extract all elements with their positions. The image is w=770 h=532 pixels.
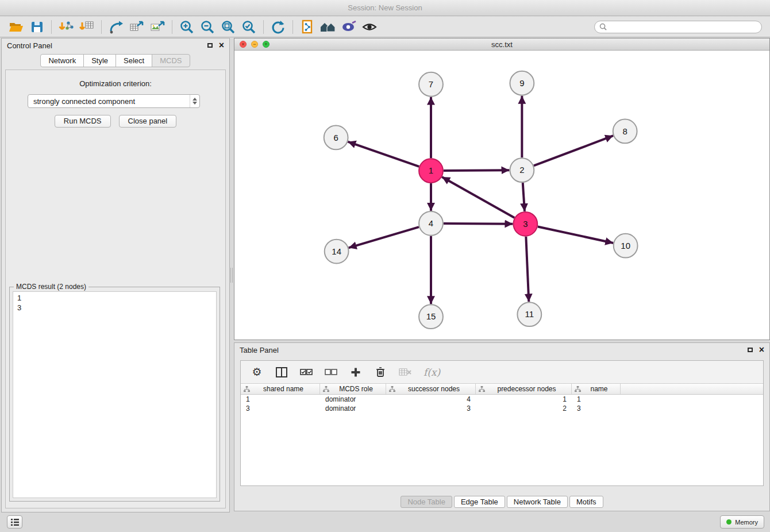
column-tree-icon (389, 386, 395, 392)
float-panel-icon[interactable] (748, 348, 753, 352)
table-frame: ⚙ (240, 360, 764, 486)
close-window-icon[interactable]: × (240, 41, 247, 48)
network-document-button[interactable] (297, 18, 318, 36)
select-all-button[interactable] (300, 366, 313, 379)
vertical-splitter[interactable] (230, 38, 234, 512)
table-panel-header: Table Panel × (234, 343, 769, 357)
graph-edge-4-14[interactable] (349, 227, 419, 248)
export-image-button[interactable] (147, 18, 168, 36)
import-network-button[interactable] (56, 18, 76, 36)
mcds-result-groupbox: MCDS result (2 nodes) 1 3 (9, 287, 220, 502)
zoom-in-icon (179, 20, 194, 34)
deselect-all-button[interactable] (325, 366, 337, 379)
close-panel-icon[interactable]: × (759, 345, 764, 354)
window-title: Session: New Session (348, 3, 422, 12)
fx-icon: f(x) (424, 367, 440, 378)
close-panel-icon[interactable]: × (219, 41, 224, 50)
table-settings-button[interactable]: ⚙ (251, 366, 263, 379)
home-networks-button[interactable] (318, 18, 338, 36)
mcds-result-title: MCDS result (2 nodes) (14, 283, 88, 291)
minimize-window-icon[interactable]: − (251, 41, 258, 48)
show-graphics-button[interactable] (359, 18, 380, 36)
column-header-shared-name[interactable]: shared name (241, 384, 320, 394)
graph-edge-3-10[interactable] (538, 226, 613, 242)
network-canvas[interactable]: 7968124314101511 (234, 51, 769, 340)
network-window-title: scc.txt (234, 40, 769, 49)
toolbar-separator (263, 20, 264, 34)
toolbar-separator (51, 20, 52, 34)
delete-table-button[interactable] (399, 366, 411, 379)
graph-node-label-15: 15 (426, 311, 436, 321)
tab-network-table[interactable]: Network Table (507, 496, 568, 508)
tab-style[interactable]: Style (83, 54, 116, 67)
zoom-selected-button[interactable] (238, 18, 259, 36)
dropdown-stepper-icon (190, 95, 199, 107)
zoom-out-button[interactable] (197, 18, 218, 36)
table-row-2[interactable]: 3dominator323 (241, 404, 763, 413)
style-brush-icon (341, 21, 356, 33)
memory-label: Memory (735, 519, 758, 526)
criterion-dropdown[interactable]: strongly connected component (28, 94, 200, 108)
table-panel-title: Table Panel (240, 346, 279, 354)
graph-edge-2-8[interactable] (534, 136, 613, 165)
table-row-1[interactable]: 1dominator411 (241, 395, 763, 404)
control-panel-header: Control Panel × (2, 38, 229, 52)
table-cell: 1 (476, 395, 572, 404)
toolbar-separator (172, 20, 172, 34)
graph-edge-3-11[interactable] (526, 237, 529, 302)
float-panel-icon[interactable] (207, 43, 213, 48)
run-mcds-button[interactable]: Run MCDS (55, 115, 111, 128)
graph-node-label-2: 2 (519, 165, 524, 175)
main-toolbar (0, 17, 770, 37)
table-cell: 1 (241, 395, 320, 404)
graph-edge-1-2[interactable] (444, 170, 510, 171)
document-network-icon (301, 20, 314, 34)
export-table-button[interactable] (126, 18, 147, 36)
tab-network[interactable]: Network (40, 54, 84, 67)
table-cell: 1 (572, 395, 621, 404)
zoom-fit-icon (221, 20, 236, 34)
zoom-fit-button[interactable] (218, 18, 238, 36)
search-input[interactable] (610, 22, 757, 32)
tab-mcds[interactable]: MCDS (152, 54, 190, 67)
tab-edge-table[interactable]: Edge Table (454, 496, 505, 508)
curved-arrow-icon (109, 20, 124, 34)
show-columns-button[interactable] (275, 366, 288, 379)
add-column-button[interactable] (349, 366, 362, 379)
column-tree-icon (575, 386, 581, 392)
tab-node-table[interactable]: Node Table (401, 496, 452, 508)
refresh-layout-button[interactable] (268, 18, 288, 36)
search-icon (599, 23, 607, 30)
table-cell: dominator (320, 404, 386, 413)
show-panels-button[interactable] (7, 515, 22, 529)
column-header-name[interactable]: name (572, 384, 621, 394)
table-cell: 4 (386, 395, 476, 404)
columns-icon (276, 367, 287, 377)
save-session-button[interactable] (26, 18, 47, 36)
criterion-dropdown-value: strongly connected component (33, 97, 135, 106)
zoom-in-button[interactable] (176, 18, 197, 36)
graph-edge-3-1[interactable] (442, 177, 514, 218)
column-header-predecessor-nodes[interactable]: predecessor nodes (476, 384, 572, 394)
tab-select[interactable]: Select (116, 54, 152, 67)
import-table-button[interactable] (76, 18, 97, 36)
delete-column-button[interactable] (374, 366, 387, 379)
open-file-button[interactable] (6, 18, 26, 36)
column-header-successor-nodes[interactable]: successor nodes (386, 384, 476, 394)
open-folder-icon (9, 20, 24, 34)
memory-button[interactable]: Memory (720, 515, 764, 529)
network-tools-button[interactable] (106, 18, 126, 36)
style-apply-button[interactable] (338, 18, 359, 36)
table-toolbar: ⚙ (241, 361, 763, 384)
graph-edge-1-6[interactable] (348, 142, 419, 167)
function-builder-button[interactable]: f(x) (424, 366, 440, 379)
column-header-mcds-role[interactable]: MCDS role (320, 384, 386, 394)
graph-edge-2-3[interactable] (523, 183, 525, 211)
close-panel-button[interactable]: Close panel (119, 115, 177, 128)
zoom-window-icon[interactable]: + (263, 41, 270, 48)
tab-motifs[interactable]: Motifs (569, 496, 603, 508)
table-header-row: shared nameMCDS rolesuccessor nodesprede… (241, 384, 763, 395)
list-icon (10, 518, 20, 526)
graph-edge-4-3[interactable] (444, 223, 513, 224)
column-header-filler (621, 384, 763, 394)
